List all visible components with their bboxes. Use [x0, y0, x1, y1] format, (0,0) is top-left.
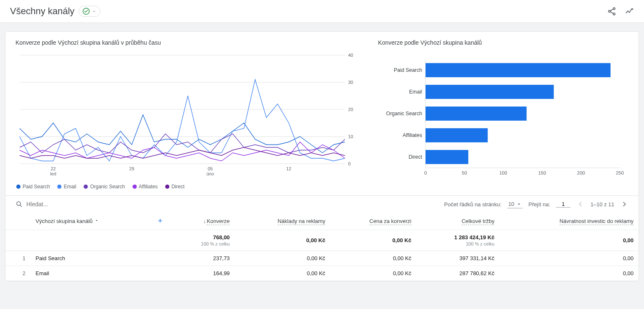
totals-cell: 0,00 Kč	[235, 230, 330, 251]
svg-rect-29	[426, 63, 611, 77]
share-icon	[607, 7, 616, 16]
legend-dot	[16, 185, 20, 189]
svg-text:100: 100	[499, 170, 507, 175]
svg-text:50: 50	[462, 170, 467, 175]
svg-point-39	[17, 202, 20, 205]
svg-rect-35	[426, 128, 488, 142]
bar-chart: 050100150200250Paid SearchEmailOrganic S…	[378, 51, 629, 180]
rows-per-page-select[interactable]: 10	[507, 200, 522, 208]
legend-label: Organic Search	[90, 184, 125, 190]
legend-label: Affiliates	[139, 184, 158, 190]
legend-dot	[133, 185, 137, 189]
legend-label: Direct	[171, 184, 184, 190]
totals-cell: 0,00 Kč	[330, 230, 417, 251]
svg-text:30: 30	[348, 80, 353, 85]
table-header-metric-2[interactable]: Cena za konverzi	[330, 213, 417, 230]
table-header-metric-1[interactable]: Náklady na reklamy	[235, 213, 330, 230]
row-cell: 164,99	[171, 266, 235, 281]
search-box[interactable]	[15, 200, 444, 208]
legend-item[interactable]: Organic Search	[84, 184, 125, 190]
row-cell: 0,00	[499, 251, 639, 266]
spark-line-icon	[625, 7, 634, 16]
page-header-right	[607, 7, 634, 16]
svg-text:10: 10	[348, 134, 353, 139]
chart-legend: Paid SearchEmailOrganic SearchAffiliates…	[16, 184, 361, 190]
line-chart-title: Konverze podle Výchozí skupina kanálů v …	[15, 39, 361, 46]
svg-text:0: 0	[424, 170, 427, 175]
check-circle-icon	[82, 8, 90, 15]
totals-cell: 768,00100 % z celku	[171, 230, 235, 251]
svg-text:Email: Email	[409, 89, 422, 95]
chevron-left-icon	[576, 200, 585, 208]
table-header-metric-0[interactable]: ↓Konverze	[171, 213, 235, 230]
rows-per-page-value: 10	[508, 201, 514, 207]
row-index: 2	[5, 266, 31, 281]
row-dimension: Paid Search	[31, 251, 171, 266]
goto-label: Přejít na:	[529, 201, 550, 208]
charts-row: Konverze podle Výchozí skupina kanálů v …	[15, 39, 629, 195]
svg-text:Paid Search: Paid Search	[394, 67, 422, 73]
toolbar-right: Počet řádků na stránku: 10 Přejít na: 1–…	[444, 200, 629, 208]
data-table: Výchozí skupina kanálů + ↓Konverze Nákla…	[5, 213, 639, 281]
goto-input[interactable]	[556, 201, 570, 208]
svg-text:250: 250	[616, 170, 624, 175]
add-dimension-button[interactable]: +	[158, 217, 163, 225]
rows-per-page-label: Počet řádků na stránku:	[444, 201, 501, 208]
table-header-row: Výchozí skupina kanálů + ↓Konverze Nákla…	[5, 213, 639, 230]
svg-text:200: 200	[577, 170, 585, 175]
table-header-index	[5, 213, 31, 230]
svg-text:05: 05	[208, 166, 213, 171]
share-button[interactable]	[607, 7, 616, 16]
legend-dot	[165, 185, 169, 189]
legend-item[interactable]: Direct	[165, 184, 184, 190]
toolbar-left	[15, 200, 444, 208]
page-range: 1–10 z 11	[590, 201, 614, 208]
svg-rect-31	[426, 85, 554, 99]
caret-down-icon	[92, 9, 97, 14]
svg-text:29: 29	[129, 166, 134, 171]
next-page-button[interactable]	[620, 200, 629, 208]
table-header-metric-4[interactable]: Návratnost investic do reklamy	[499, 213, 639, 230]
legend-item[interactable]: Email	[57, 184, 76, 190]
table-row[interactable]: 2Email164,990,00 Kč0,00 Kč287 780,62 Kč0…	[5, 266, 639, 281]
svg-text:led: led	[50, 171, 56, 176]
totals-cell: 1 283 424,19 Kč100 % z celku	[417, 230, 500, 251]
legend-item[interactable]: Paid Search	[16, 184, 50, 190]
svg-text:Organic Search: Organic Search	[386, 111, 422, 117]
svg-rect-33	[426, 106, 527, 121]
svg-text:úno: úno	[207, 171, 214, 176]
status-pill[interactable]	[79, 6, 100, 17]
insights-button[interactable]	[625, 7, 634, 16]
search-input[interactable]	[26, 201, 110, 208]
table-toolbar: Počet řádků na stránku: 10 Přejít na: 1–…	[5, 195, 639, 213]
svg-rect-37	[426, 150, 468, 164]
page-header: Všechny kanály	[0, 0, 644, 23]
search-icon	[15, 200, 23, 208]
table-header-metric-3[interactable]: Celkové tržby	[417, 213, 500, 230]
caret-down-icon	[516, 201, 522, 207]
row-cell: 287 780,62 Kč	[417, 266, 500, 281]
row-cell: 397 331,14 Kč	[417, 251, 500, 266]
prev-page-button[interactable]	[576, 200, 585, 208]
svg-text:40: 40	[348, 53, 353, 58]
table-row[interactable]: 1Paid Search237,730,00 Kč0,00 Kč397 331,…	[5, 251, 639, 266]
legend-dot	[57, 185, 61, 189]
legend-label: Email	[64, 184, 76, 190]
table-header-dimension[interactable]: Výchozí skupina kanálů +	[31, 213, 171, 230]
svg-text:Affiliates: Affiliates	[403, 132, 422, 138]
row-cell: 0,00 Kč	[235, 251, 330, 266]
svg-text:150: 150	[538, 170, 546, 175]
legend-label: Paid Search	[23, 184, 50, 190]
page-title: Všechny kanály	[10, 6, 74, 17]
row-cell: 0,00 Kč	[330, 251, 417, 266]
bar-chart-title: Konverze podle Výchozí skupina kanálů	[378, 39, 629, 46]
row-cell: 237,73	[171, 251, 235, 266]
line-chart-column: Konverze podle Výchozí skupina kanálů v …	[15, 39, 361, 195]
totals-cell: 0,00	[499, 230, 639, 251]
page-header-left: Všechny kanály	[10, 6, 100, 17]
legend-dot	[84, 185, 88, 189]
svg-text:12: 12	[286, 166, 291, 171]
row-cell: 0,00	[499, 266, 639, 281]
legend-item[interactable]: Affiliates	[133, 184, 158, 190]
table-totals-row: 768,00100 % z celku0,00 Kč0,00 Kč1 283 4…	[5, 230, 639, 251]
